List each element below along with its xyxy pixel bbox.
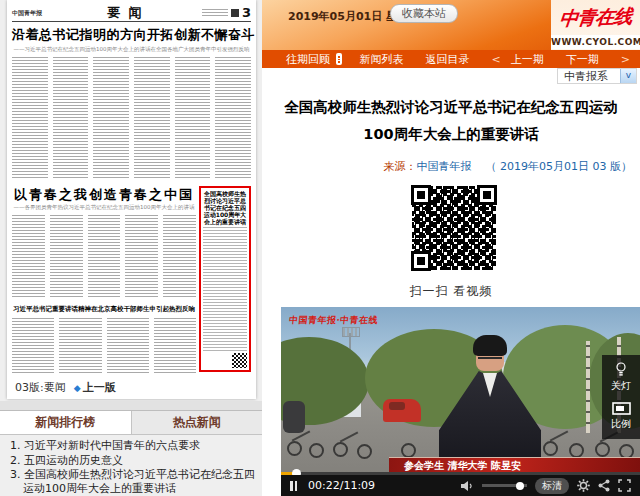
prev-page-label: 上一版: [83, 380, 116, 395]
settings-icon[interactable]: [577, 479, 590, 492]
lights-off-label: 关灯: [611, 379, 631, 393]
text-column: [107, 318, 149, 374]
tab-hot-news[interactable]: 热点新闻: [132, 411, 263, 434]
paper-series-dropdown[interactable]: 中青报系 v: [557, 68, 637, 84]
aspect-ratio-button[interactable]: 比例: [611, 402, 631, 431]
pause-button[interactable]: [290, 481, 297, 491]
paper-text-columns: [12, 57, 251, 179]
prev-issue-arrow-icon: <: [492, 53, 501, 66]
bicycle-wheel: [543, 441, 558, 456]
bicycle-frame: [550, 430, 569, 441]
top-banner: 2019年05月01日 星期三 收藏本站 中青在线 WWW.CYOL.COM: [262, 0, 640, 50]
bicycle-wheel: [569, 443, 584, 458]
news-tabs: 新闻排行榜 热点新闻: [0, 410, 262, 435]
video-side-controls: 关灯 比例: [602, 355, 640, 439]
newspaper-panel: 中国青年报 要闻 3 沿着总书记指明的方向开拓创新不懈奋斗 ——习近平总书记在纪…: [0, 0, 262, 496]
text-column: [134, 57, 170, 179]
lights-off-button[interactable]: 关灯: [611, 362, 631, 393]
share-icon[interactable]: [598, 479, 610, 492]
paper-subtitle-top: ——习近平总书记在纪念五四运动100周年大会上的讲话在全国各地广大团员青年中引发…: [12, 46, 251, 53]
epaper-app: 中国青年报 要闻 3 沿着总书记指明的方向开拓创新不懈奋斗 ——习近平总书记在纪…: [0, 0, 640, 496]
quality-badge[interactable]: 标清: [535, 478, 569, 494]
source-name-link[interactable]: 中国青年报: [417, 160, 472, 173]
paper-mid-section: 以青春之我创造青春之中国 ——各界团员青年热议习近平总书记在纪念五四运动100周…: [12, 186, 196, 299]
qr-finder-pattern: [477, 185, 497, 205]
volume-knob[interactable]: [516, 482, 524, 490]
article-source-line: 来源：中国青年报（ 2019年05月01日 03 版）: [384, 159, 632, 174]
article-panel: 2019年05月01日 星期三 收藏本站 中青在线 WWW.CYOL.COM 往…: [262, 0, 640, 496]
mini-qr-code: [232, 353, 247, 368]
prev-page-icon: ◆: [74, 383, 81, 393]
paper-header-fineprint: [202, 9, 228, 17]
tab-news-ranking[interactable]: 新闻排行榜: [0, 411, 132, 434]
text-column: [12, 57, 48, 179]
list-item[interactable]: 3. 全国高校师生热烈讨论习近平总书记在纪念五四运动100周年大会上的重要讲话: [10, 468, 256, 495]
favorite-site-button[interactable]: 收藏本站: [390, 4, 458, 23]
scan-hint-text: 扫一扫 看视频: [262, 283, 640, 300]
qr-code: [408, 182, 500, 274]
source-label: 来源：: [384, 160, 417, 173]
bicycle-frame: [340, 431, 359, 442]
paper-headline-mid: 以青春之我创造青春之中国: [12, 186, 196, 204]
text-column: [53, 57, 89, 179]
speaker-person: [439, 335, 541, 473]
nav-item-prev-issue[interactable]: 上一期: [511, 52, 544, 67]
video-caption-banner: 参会学生 清华大学 陈昱安: [389, 457, 640, 473]
nav-item-news-list[interactable]: 新闻列表: [360, 52, 404, 67]
qr-finder-pattern: [411, 251, 431, 271]
issue-info: （ 2019年05月01日 03 版）: [486, 160, 632, 173]
article-title: 全国高校师生热烈讨论习近平总书记在纪念五四运动100周年大会上的重要讲话: [275, 94, 627, 148]
video-player: 中国青年报·中青在线 关灯 比例: [281, 307, 640, 496]
prev-page-link[interactable]: ◆上一版: [74, 380, 116, 395]
paper-text-columns: [12, 215, 196, 299]
text-column: [203, 227, 247, 351]
volume-slider[interactable]: [482, 484, 527, 487]
bicycle-wheel: [357, 444, 372, 459]
qr-finder-pattern: [411, 185, 431, 205]
volume-icon[interactable]: [460, 480, 474, 492]
page-label: 03版:要闻: [15, 380, 66, 395]
list-item[interactable]: 2. 五四运动的历史意义: [10, 454, 256, 468]
paper-subtitle-mid: ——各界团员青年热议习近平总书记在纪念五四运动100周年大会上的讲话: [12, 204, 196, 211]
nav-item-toc[interactable]: 返回目录: [426, 52, 470, 67]
site-logo[interactable]: 中青在线 WWW.CYOL.COM: [551, 0, 640, 50]
text-column: [59, 318, 101, 374]
paper-headline-top: 沿着总书记指明的方向开拓创新不懈奋斗: [12, 26, 251, 44]
floodlight-shape: [342, 327, 360, 337]
text-column: [125, 215, 158, 299]
dropdown-label: 中青报系: [564, 69, 608, 84]
bicycle-wheel: [287, 441, 302, 456]
news-ranking-list: 1. 习近平对新时代中国青年的六点要求 2. 五四运动的历史意义 3. 全国高校…: [10, 439, 256, 496]
text-column: [175, 57, 211, 179]
paper-masthead: 中国青年报: [12, 9, 64, 16]
fullscreen-icon[interactable]: [618, 479, 631, 492]
nav-item-next-issue[interactable]: 下一期: [566, 52, 599, 67]
nav-item-history[interactable]: 往期回顾: [286, 52, 330, 67]
video-frame[interactable]: 中国青年报·中青在线: [281, 307, 640, 473]
highlighted-article-title: 全国高校师生热烈讨论习近平总书记在纪念五四运动100周年大会上的重要讲话: [203, 190, 247, 225]
logo-calligraphy: 中青在线: [549, 0, 640, 37]
paper-page-number: 3: [242, 5, 251, 20]
list-item[interactable]: 1. 习近平对新时代中国青年的六点要求: [10, 439, 256, 453]
paper-header: 中国青年报 要闻 3: [12, 4, 251, 22]
navigation-bar: 往期回顾 新闻列表 返回目录 < 上一期 下一期 >: [262, 50, 640, 68]
bicycle-wheel: [309, 443, 324, 458]
chevron-down-icon[interactable]: v: [620, 69, 636, 83]
text-column: [154, 318, 196, 374]
logo-url: WWW.CYOL.COM: [551, 35, 640, 49]
page-marker-icon: [231, 9, 239, 17]
next-issue-arrow-icon: >: [621, 53, 630, 66]
lightbulb-icon: [615, 362, 627, 377]
video-control-bar: 00:22/11:09 标清: [281, 475, 640, 496]
text-column: [93, 57, 129, 179]
video-watermark: 中国青年报·中青在线: [288, 314, 379, 327]
highlighted-article-box[interactable]: 全国高校师生热烈讨论习近平总书记在纪念五四运动100周年大会上的重要讲话: [199, 186, 251, 372]
bicycle-wheel: [401, 443, 416, 458]
aspect-ratio-label: 比例: [611, 417, 631, 431]
text-column: [88, 215, 121, 299]
list-view-icon[interactable]: [336, 53, 342, 65]
bicycle-wheel: [595, 442, 610, 457]
text-column: [12, 215, 45, 299]
text-column: [12, 318, 54, 374]
paper-section-title: 要闻: [64, 4, 193, 22]
